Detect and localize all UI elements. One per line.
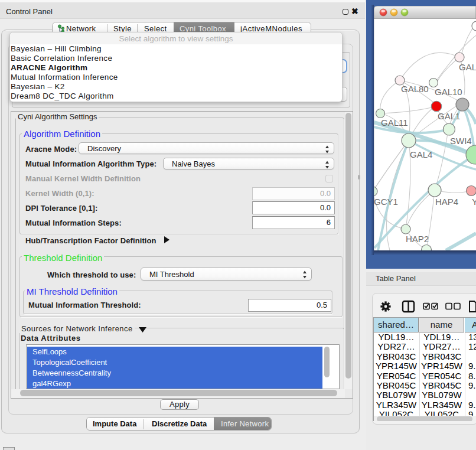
svg-text:HAP4: HAP4 — [435, 197, 458, 207]
svg-text:SWI4: SWI4 — [450, 136, 472, 146]
svg-text:GAL80: GAL80 — [401, 84, 429, 94]
svg-text:Y: Y — [472, 197, 476, 207]
svg-text:GAL11: GAL11 — [381, 118, 408, 128]
svg-text:GAL10: GAL10 — [435, 87, 462, 97]
svg-text:HAP2: HAP2 — [406, 234, 429, 244]
svg-text:GAL4: GAL4 — [410, 149, 432, 159]
svg-text:GAL1: GAL1 — [438, 111, 460, 121]
svg-text:GCY1: GCY1 — [374, 197, 398, 207]
svg-text:GAL7: GAL7 — [459, 62, 476, 72]
